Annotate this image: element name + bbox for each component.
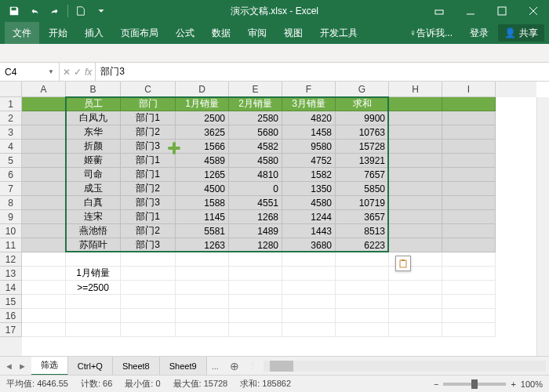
cell[interactable] <box>336 323 389 337</box>
cell[interactable]: 4820 <box>282 111 336 125</box>
row-header[interactable]: 3 <box>0 125 22 140</box>
cell[interactable] <box>176 267 229 281</box>
cell[interactable] <box>442 323 496 337</box>
cell[interactable] <box>66 323 121 337</box>
row-header[interactable]: 4 <box>0 140 22 154</box>
cell[interactable] <box>442 196 496 210</box>
cell[interactable]: 4580 <box>229 154 282 168</box>
paste-options-button[interactable] <box>395 256 411 271</box>
cell[interactable] <box>229 252 282 267</box>
new-icon[interactable] <box>71 2 90 20</box>
row-header[interactable]: 17 <box>0 323 22 337</box>
cell[interactable]: 部门 <box>121 97 176 111</box>
cell[interactable] <box>442 281 496 295</box>
cell[interactable] <box>66 309 121 323</box>
cell[interactable] <box>336 267 389 281</box>
login-button[interactable]: 登录 <box>462 22 496 44</box>
cell[interactable] <box>22 252 66 267</box>
name-box[interactable]: C4▼ <box>0 63 60 81</box>
cell[interactable]: 部门2 <box>121 182 176 196</box>
zoom-out-button[interactable]: − <box>434 379 438 389</box>
cell[interactable]: 部门1 <box>121 210 176 224</box>
cell[interactable]: 1月销量 <box>176 97 229 111</box>
cell[interactable]: 1443 <box>282 224 336 238</box>
cell[interactable]: 4589 <box>176 154 229 168</box>
cell[interactable] <box>389 154 442 168</box>
cell[interactable]: 2500 <box>176 111 229 125</box>
column-header[interactable]: I <box>442 82 496 97</box>
cell[interactable] <box>229 295 282 309</box>
share-button[interactable]: 👤共享 <box>498 24 544 42</box>
cell[interactable] <box>22 140 66 154</box>
cell[interactable]: 部门3 <box>121 196 176 210</box>
cell[interactable] <box>22 323 66 337</box>
cell[interactable] <box>121 281 176 295</box>
cell[interactable] <box>121 309 176 323</box>
cell[interactable] <box>22 210 66 224</box>
cell[interactable] <box>442 224 496 238</box>
cell[interactable]: 1280 <box>229 238 282 252</box>
cell[interactable] <box>389 224 442 238</box>
tell-me[interactable]: ♀告诉我... <box>402 22 460 44</box>
cell[interactable]: 部门1 <box>121 154 176 168</box>
cell[interactable]: 姬蘅 <box>66 154 121 168</box>
tab-insert[interactable]: 插入 <box>77 22 111 44</box>
save-icon[interactable] <box>5 2 24 20</box>
cell[interactable]: 1244 <box>282 210 336 224</box>
cell[interactable] <box>22 267 66 281</box>
cell[interactable] <box>176 323 229 337</box>
cell[interactable]: 9900 <box>336 111 389 125</box>
sheet-tab-active[interactable]: 筛选 <box>31 357 68 376</box>
cell[interactable]: 东华 <box>66 125 121 140</box>
cell[interactable] <box>442 295 496 309</box>
formula-input[interactable]: 部门3 <box>96 65 549 78</box>
cell[interactable] <box>336 295 389 309</box>
cell[interactable] <box>442 267 496 281</box>
cell[interactable]: 3657 <box>336 210 389 224</box>
cell[interactable]: 3月销量 <box>282 97 336 111</box>
cell[interactable] <box>229 267 282 281</box>
cell[interactable]: 1263 <box>176 238 229 252</box>
cell[interactable] <box>442 210 496 224</box>
cell[interactable]: 白真 <box>66 196 121 210</box>
cell[interactable]: 10719 <box>336 196 389 210</box>
fx-icon[interactable]: fx <box>85 67 92 78</box>
cell[interactable] <box>389 125 442 140</box>
column-header[interactable]: H <box>389 82 442 97</box>
row-header[interactable]: 2 <box>0 111 22 125</box>
cell[interactable]: 5581 <box>176 224 229 238</box>
row-header[interactable]: 5 <box>0 154 22 168</box>
cell[interactable] <box>389 281 442 295</box>
cell[interactable] <box>442 97 496 111</box>
cell[interactable] <box>22 97 66 111</box>
row-header[interactable]: 12 <box>0 252 22 267</box>
cell[interactable] <box>282 252 336 267</box>
cell[interactable] <box>22 238 66 252</box>
cell[interactable] <box>389 309 442 323</box>
cell[interactable]: 7657 <box>336 168 389 182</box>
cell[interactable]: 2580 <box>229 111 282 125</box>
vertical-scrollbar[interactable] <box>536 97 549 356</box>
tab-review[interactable]: 审阅 <box>240 22 274 44</box>
cell[interactable] <box>22 182 66 196</box>
redo-icon[interactable] <box>45 2 64 20</box>
cell[interactable]: 4500 <box>176 182 229 196</box>
cell[interactable]: 司命 <box>66 168 121 182</box>
cell[interactable] <box>229 309 282 323</box>
sheet-nav-prev[interactable]: ◄ <box>3 361 15 371</box>
row-header[interactable]: 14 <box>0 281 22 295</box>
cell[interactable] <box>442 140 496 154</box>
row-header[interactable]: 13 <box>0 267 22 281</box>
cell[interactable]: 5850 <box>336 182 389 196</box>
cell[interactable]: 2月销量 <box>229 97 282 111</box>
cell[interactable]: 1458 <box>282 125 336 140</box>
cell[interactable]: 3680 <box>282 238 336 252</box>
cell[interactable] <box>282 295 336 309</box>
cell[interactable] <box>336 281 389 295</box>
cell[interactable]: 15728 <box>336 140 389 154</box>
row-header[interactable]: 6 <box>0 168 22 182</box>
cell[interactable] <box>389 196 442 210</box>
cell[interactable]: 4582 <box>229 140 282 154</box>
cell[interactable]: 部门1 <box>121 111 176 125</box>
cell[interactable] <box>22 196 66 210</box>
